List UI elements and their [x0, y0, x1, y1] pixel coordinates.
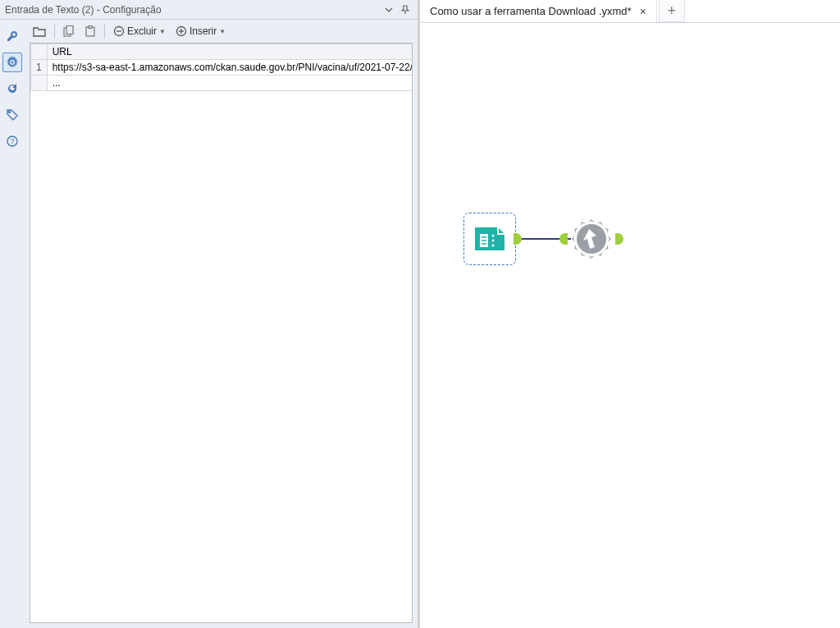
svg-point-14 — [492, 245, 495, 247]
svg-marker-19 — [597, 220, 605, 226]
grid-rownum[interactable] — [31, 76, 48, 91]
grid-header-row: URL — [31, 44, 413, 60]
grid-corner — [31, 44, 48, 60]
svg-marker-21 — [608, 236, 611, 242]
add-tab-button[interactable]: + — [659, 0, 685, 22]
svg-point-12 — [492, 235, 495, 237]
data-grid[interactable]: URL 1 https://s3-sa-east-1.amazonaws.com… — [30, 43, 413, 623]
svg-marker-23 — [597, 251, 605, 257]
svg-marker-26 — [573, 245, 578, 252]
svg-rect-5 — [89, 26, 92, 29]
panel-header: Entrada de Texto (2) - Configuração — [0, 0, 418, 20]
svg-marker-20 — [604, 227, 609, 234]
gear-icon[interactable] — [2, 53, 22, 72]
output-port[interactable] — [615, 233, 623, 245]
toolbar-separator — [104, 24, 105, 39]
grid-cell[interactable]: ... — [47, 76, 413, 91]
side-icon-bar: ? — [0, 20, 25, 628]
text-input-tool[interactable] — [466, 215, 514, 263]
insert-label: Inserir — [189, 25, 217, 37]
refresh-icon[interactable] — [2, 79, 22, 99]
tab-bar: Como usar a ferramenta Download .yxmd* ×… — [420, 0, 840, 23]
svg-point-13 — [492, 240, 495, 242]
configuration-panel: Entrada de Texto (2) - Configuração ? — [0, 0, 420, 628]
svg-marker-18 — [588, 219, 595, 222]
copy-button[interactable] — [60, 22, 78, 40]
chevron-down-icon: ▼ — [219, 28, 226, 35]
panel-title: Entrada de Texto (2) - Configuração — [5, 4, 380, 16]
svg-marker-29 — [579, 220, 587, 226]
tab-label: Como usar a ferramenta Download .yxmd* — [430, 5, 632, 17]
pin-icon[interactable] — [398, 2, 413, 17]
tag-icon[interactable] — [2, 105, 22, 125]
wrench-icon[interactable] — [2, 26, 22, 46]
workflow-panel: Como usar a ferramenta Download .yxmd* ×… — [420, 0, 840, 628]
delete-button[interactable]: Excluir ▼ — [110, 22, 169, 40]
input-port[interactable] — [559, 233, 568, 245]
grid-header-cell[interactable]: URL — [47, 44, 413, 60]
output-port[interactable] — [514, 233, 522, 245]
svg-rect-3 — [66, 26, 73, 34]
grid-row[interactable]: ... — [31, 76, 413, 91]
svg-marker-22 — [604, 245, 609, 252]
toolbar-separator — [54, 24, 55, 39]
grid-rownum[interactable]: 1 — [31, 60, 48, 76]
grid-cell[interactable]: https://s3-sa-east-1.amazonaws.com/ckan.… — [47, 60, 413, 76]
panel-body: ? Excluir ▼ — [0, 20, 418, 628]
delete-label: Excluir — [127, 25, 157, 37]
collapse-icon[interactable] — [381, 2, 396, 17]
svg-marker-28 — [573, 227, 578, 234]
config-toolbar: Excluir ▼ Inserir ▼ — [25, 20, 418, 43]
svg-marker-25 — [579, 251, 587, 257]
paste-button[interactable] — [81, 22, 99, 40]
chevron-down-icon: ▼ — [159, 28, 166, 35]
workflow-canvas[interactable] — [420, 23, 840, 628]
insert-button[interactable]: Inserir ▼ — [172, 22, 229, 40]
svg-marker-24 — [588, 255, 595, 259]
open-button[interactable] — [30, 22, 49, 40]
help-icon[interactable]: ? — [2, 131, 22, 151]
grid-row[interactable]: 1 https://s3-sa-east-1.amazonaws.com/cka… — [31, 60, 413, 76]
close-icon[interactable]: × — [640, 5, 646, 18]
config-area: Excluir ▼ Inserir ▼ URL 1 — [25, 20, 418, 628]
svg-marker-27 — [572, 236, 575, 242]
workflow-tab[interactable]: Como usar a ferramenta Download .yxmd* × — [420, 0, 657, 22]
download-tool[interactable] — [568, 215, 615, 263]
svg-text:?: ? — [10, 137, 14, 145]
